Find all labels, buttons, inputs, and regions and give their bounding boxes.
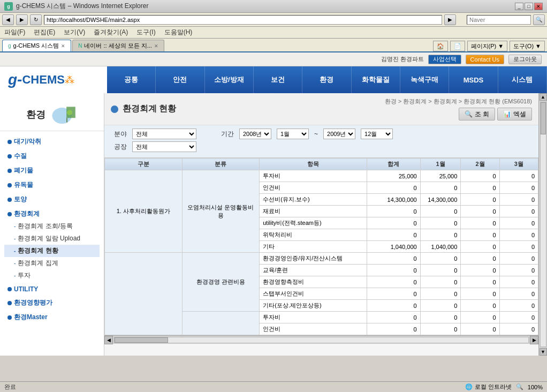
cell-m2-7: 0: [461, 253, 499, 265]
menu-view[interactable]: 보기(V): [64, 28, 85, 37]
go-button[interactable]: ▶: [444, 14, 456, 25]
excel-button[interactable]: 📊 엑셀: [497, 108, 532, 120]
content-area: 환경회계 현황 환경 > 환경회계 > 환경회계 > 환경회계 현황 (EMS6…: [104, 93, 538, 356]
sidebar-item-waste[interactable]: 폐기물: [4, 164, 100, 177]
address-input[interactable]: [44, 15, 442, 25]
logout-button[interactable]: 로그아웃: [508, 55, 542, 64]
toolbar-feeds[interactable]: 📄: [450, 41, 465, 51]
filter-month-start[interactable]: 1월: [277, 129, 309, 139]
refresh-button[interactable]: ↻: [30, 14, 42, 25]
logo-area: g- CHEMS ⁂: [0, 66, 107, 93]
nav-item-7[interactable]: MSDS: [449, 66, 498, 93]
nav-item-4[interactable]: 환경: [302, 66, 351, 93]
vertical-scrollbar[interactable]: ▲ ▼: [538, 93, 547, 356]
window-title: g-CHEMS 시스템 – Windows Internet Explorer: [16, 2, 512, 11]
cell-m1-0: 25,000: [420, 170, 461, 182]
nav-item-5[interactable]: 화학물질: [352, 66, 400, 93]
cell-m2-5: 0: [461, 229, 499, 241]
cell-hapge-3: 0: [367, 206, 420, 217]
sidebar-item-envacc[interactable]: 환경회계: [4, 208, 100, 220]
menu-help[interactable]: 도움말(H): [164, 28, 193, 37]
sidebar-item-envassess[interactable]: 환경영향평가: [4, 297, 100, 309]
sidebar-item-envacc-invest[interactable]: - 투자: [4, 269, 100, 282]
scroll-up-btn[interactable]: ▲: [540, 93, 547, 101]
close-button[interactable]: ✕: [534, 3, 543, 10]
page-header: 환경회계 현황 환경 > 환경회계 > 환경회계 > 환경회계 현황 (EMS6…: [104, 93, 538, 125]
minimize-button[interactable]: _: [515, 3, 523, 10]
cell-hapge-6: 1,040,000: [367, 241, 420, 253]
tab-gchems-close[interactable]: ✕: [61, 43, 65, 49]
horizontal-scrollbar[interactable]: ◀ ▶: [104, 335, 538, 344]
cell-m1-4: 0: [420, 217, 461, 229]
sub-dash-icon: -: [14, 223, 16, 229]
tab-naver-close[interactable]: ✕: [154, 43, 158, 49]
sidebar-item-envacc-status[interactable]: - 환경회계 현황: [4, 245, 100, 257]
filter-bunya-select[interactable]: 전체: [132, 129, 196, 139]
tab-gchems[interactable]: g g-CHEMS 시스템 ✕: [2, 40, 71, 51]
maximize-button[interactable]: □: [525, 3, 533, 10]
toolbar-tools[interactable]: 도구(O) ▼: [510, 41, 545, 51]
biz-select-button[interactable]: 사업선택: [428, 55, 461, 64]
scroll-vert-thumb[interactable]: [540, 102, 546, 347]
sub-dash-icon: -: [14, 260, 16, 266]
sidebar-item-envacc-lookup[interactable]: - 환경회계 조회/등록: [4, 220, 100, 232]
cell-hapge-0: 25,000: [367, 170, 420, 182]
search-button[interactable]: 🔍: [533, 14, 545, 25]
nav-item-2[interactable]: 소방/방재: [205, 66, 254, 93]
scroll-right-btn[interactable]: ▶: [530, 336, 538, 344]
sidebar-item-envmaster[interactable]: 환경Master: [4, 311, 100, 323]
menu-favorites[interactable]: 즐겨찾기(A): [94, 28, 128, 37]
toolbar-home[interactable]: 🏠: [433, 41, 448, 51]
nav-item-8[interactable]: 시스템: [498, 66, 547, 93]
tabs-bar: g g-CHEMS 시스템 ✕ N 네이버 :: 세상의 모든 지... ✕ 🏠…: [0, 39, 547, 52]
sidebar-item-toxic[interactable]: 유독물: [4, 179, 100, 191]
forward-button[interactable]: ▶: [16, 14, 28, 25]
cell-m1-10: 0: [420, 288, 461, 300]
app-header: 김명진 환경파트 사업선택 Contact Us 로그아웃: [0, 52, 547, 66]
back-button[interactable]: ◀: [2, 14, 14, 25]
th-m1: 1월: [420, 159, 461, 170]
cell-m3-10: 0: [499, 288, 538, 300]
sidebar-item-soil[interactable]: 토양: [4, 193, 100, 206]
logo-dots: ⁂: [65, 74, 74, 86]
cell-m3-8: 0: [499, 265, 538, 276]
scroll-left-btn[interactable]: ◀: [104, 336, 113, 344]
toolbar-page[interactable]: 페이지(P) ▼: [467, 41, 508, 51]
dot-icon: [7, 183, 12, 187]
search-input[interactable]: [467, 15, 531, 25]
zoom-label: 🔍: [516, 383, 523, 390]
page-title: 환경회계 현황: [123, 103, 176, 115]
filter-year-end[interactable]: 2009년: [323, 129, 355, 139]
sidebar-menu: 대기/악취 수질 폐기물 유독물 토양 환경회계: [0, 135, 104, 323]
table-container[interactable]: 구분 분류 항목 합계 1월 2월 3월 1. 사후처리활동원가 오염처리시설 …: [104, 158, 538, 356]
sub-dash-icon: -: [14, 236, 16, 242]
tab-naver-label: 네이버 :: 세상의 모든 지...: [84, 42, 152, 50]
nav-item-1[interactable]: 안전: [156, 66, 204, 93]
nav-item-3[interactable]: 보건: [254, 66, 302, 93]
sidebar-item-envacc-summary[interactable]: - 환경회계 집계: [4, 257, 100, 269]
cell-m2-9: 0: [461, 276, 499, 288]
dot-icon: [7, 198, 12, 202]
filter-gongja-select[interactable]: 전체: [132, 141, 196, 152]
cell-m3-9: 0: [499, 276, 538, 288]
nav-item-6[interactable]: 녹색구매: [400, 66, 449, 93]
sidebar-item-envacc-upload[interactable]: - 환경회계 일람 Upload: [4, 232, 100, 245]
scroll-down-btn[interactable]: ▼: [540, 348, 547, 356]
status-right: 🌐 로컬 인트라넷 🔍 100%: [465, 383, 543, 391]
filter-year-start[interactable]: 2008년: [239, 129, 271, 139]
nav-item-0[interactable]: 공통: [107, 66, 156, 93]
menu-tools[interactable]: 도구(I): [136, 28, 155, 37]
menu-file[interactable]: 파일(F): [4, 28, 25, 37]
cell-m2-13: 0: [461, 323, 499, 335]
filter-area: 분야 전체 기간 2008년 1월 ~ 2009년 12월: [104, 125, 538, 158]
filter-month-end[interactable]: 12월: [361, 129, 393, 139]
sidebar-item-atm[interactable]: 대기/악취: [4, 135, 100, 148]
search-button[interactable]: 🔍 조 회: [459, 108, 495, 120]
tab-naver[interactable]: N 네이버 :: 세상의 모든 지... ✕: [72, 40, 164, 51]
scroll-thumb[interactable]: [114, 337, 529, 343]
sidebar-item-utility[interactable]: UTILITY: [4, 284, 100, 295]
sidebar-item-water[interactable]: 수질: [4, 150, 100, 162]
cell-m3-11: 0: [499, 300, 538, 312]
contact-us-button[interactable]: Contact Us: [466, 55, 504, 64]
menu-edit[interactable]: 편집(E): [34, 28, 55, 37]
